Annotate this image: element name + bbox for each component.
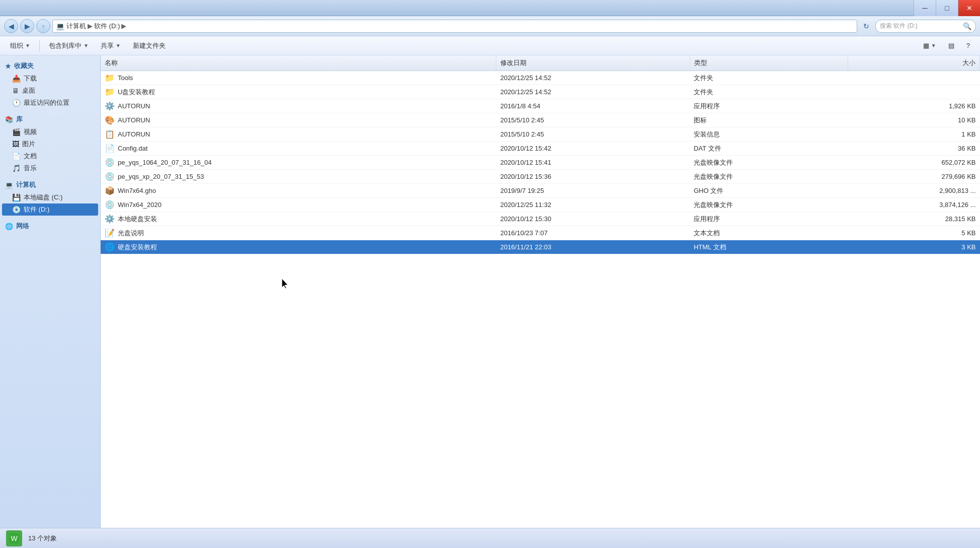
status-count: 13 个对象: [28, 534, 57, 543]
file-name-cell: 📁Tools: [101, 71, 496, 85]
file-type: 光盘映像文件: [690, 170, 848, 184]
file-name-cell: 🎨AUTORUN: [101, 113, 496, 127]
table-row[interactable]: 📁U盘安装教程2020/12/25 14:52文件夹: [101, 85, 980, 99]
file-icon: 📝: [105, 228, 115, 238]
table-row[interactable]: 💿pe_yqs_xp_20_07_31_15_532020/10/12 15:3…: [101, 170, 980, 184]
document-icon: 📄: [12, 152, 21, 160]
file-size: 279,696 KB: [848, 170, 980, 184]
col-size[interactable]: 大小: [848, 55, 980, 71]
file-modified: 2020/12/25 14:52: [496, 85, 690, 99]
table-row[interactable]: 📝光盘说明2016/10/23 7:07文本文档5 KB: [101, 226, 980, 240]
picture-label: 图片: [22, 140, 35, 149]
file-type: 文件夹: [690, 85, 848, 99]
file-modified: 2020/10/12 15:42: [496, 142, 690, 156]
file-type: 文件夹: [690, 71, 848, 85]
path-drive: 软件 (D:): [94, 22, 120, 31]
organize-label: 组织: [10, 41, 23, 50]
file-type: 光盘映像文件: [690, 198, 848, 212]
maximize-button[interactable]: □: [936, 0, 958, 16]
minimize-button[interactable]: ─: [914, 0, 936, 16]
table-row[interactable]: 📦Win7x64.gho2019/9/7 19:25GHO 文件2,900,81…: [101, 184, 980, 198]
drive-d-icon: 💿: [12, 206, 21, 214]
sidebar-computer-header[interactable]: 💻 计算机: [2, 178, 98, 191]
computer-icon: 💻: [5, 181, 13, 189]
file-size: 1 KB: [848, 127, 980, 142]
status-bar: W 13 个对象: [0, 528, 980, 548]
file-size: 28,315 KB: [848, 212, 980, 226]
col-name[interactable]: 名称: [101, 55, 496, 71]
organize-arrow: ▼: [25, 43, 30, 48]
file-name-cell: 📄Config.dat: [101, 142, 496, 156]
music-icon: 🎵: [12, 164, 21, 172]
new-folder-button[interactable]: 新建文件夹: [129, 39, 170, 52]
sidebar-item-picture[interactable]: 🖼 图片: [2, 138, 98, 150]
table-row[interactable]: 🎨AUTORUN2015/5/10 2:45图标10 KB: [101, 113, 980, 127]
include-library-button[interactable]: 包含到库中 ▼: [45, 39, 93, 52]
address-path[interactable]: 💻 计算机 ▶ 软件 (D:) ▶: [52, 20, 857, 33]
video-icon: 🎬: [12, 128, 21, 136]
computer-label: 计算机: [16, 180, 36, 189]
file-area[interactable]: 名称 修改日期 类型 大小 📁Tools2020/12/25 14:52文件夹📁…: [101, 55, 980, 528]
sidebar-item-desktop[interactable]: 🖥 桌面: [2, 85, 98, 97]
sidebar-network-header[interactable]: 🌐 网络: [2, 220, 98, 233]
file-icon: 🎨: [105, 115, 115, 125]
sidebar: ★ 收藏夹 📥 下载 🖥 桌面 🕐 最近访问的位置 📚 库 �: [0, 55, 101, 528]
table-row[interactable]: 📄Config.dat2020/10/12 15:42DAT 文件36 KB: [101, 142, 980, 156]
recent-icon: 🕐: [12, 99, 21, 107]
help-button[interactable]: ?: [962, 40, 974, 51]
sidebar-item-downloads[interactable]: 📥 下载: [2, 73, 98, 85]
library-icon: 📚: [5, 116, 13, 123]
search-bar[interactable]: 搜索 软件 (D:) 🔍: [875, 20, 976, 33]
file-modified: 2016/10/23 7:07: [496, 226, 690, 240]
table-row[interactable]: 💿Win7x64_20202020/12/25 11:32光盘映像文件3,874…: [101, 198, 980, 212]
file-type: 应用程序: [690, 212, 848, 226]
sidebar-item-video[interactable]: 🎬 视频: [2, 126, 98, 138]
table-row[interactable]: 🌐硬盘安装教程2016/11/21 22:03HTML 文档3 KB: [101, 240, 980, 254]
computer-section: 💻 计算机 💾 本地磁盘 (C:) 💿 软件 (D:): [2, 178, 98, 216]
file-size: 3,874,126 ...: [848, 198, 980, 212]
file-type: 应用程序: [690, 99, 848, 113]
table-row[interactable]: 📋AUTORUN2015/5/10 2:45安装信息1 KB: [101, 127, 980, 142]
col-modified[interactable]: 修改日期: [496, 55, 690, 71]
new-folder-label: 新建文件夹: [133, 41, 166, 50]
close-button[interactable]: ✕: [958, 0, 980, 16]
file-name-cell: 💿pe_yqs_xp_20_07_31_15_53: [101, 170, 496, 184]
file-name-text: pe_yqs_xp_20_07_31_15_53: [118, 173, 204, 180]
file-list-body: 📁Tools2020/12/25 14:52文件夹📁U盘安装教程2020/12/…: [101, 71, 980, 254]
sidebar-item-recent[interactable]: 🕐 最近访问的位置: [2, 97, 98, 109]
sidebar-item-music[interactable]: 🎵 音乐: [2, 162, 98, 174]
back-button[interactable]: ◀: [4, 19, 18, 33]
sidebar-favorites-header[interactable]: ★ 收藏夹: [2, 59, 98, 73]
share-button[interactable]: 共享 ▼: [97, 39, 125, 52]
col-type[interactable]: 类型: [690, 55, 848, 71]
view-button[interactable]: ▦ ▼: [919, 40, 940, 51]
sidebar-library-header[interactable]: 📚 库: [2, 113, 98, 126]
table-row[interactable]: ⚙️AUTORUN2016/1/8 4:54应用程序1,926 KB: [101, 99, 980, 113]
sidebar-item-drive-c[interactable]: 💾 本地磁盘 (C:): [2, 191, 98, 203]
forward-button[interactable]: ▶: [20, 19, 34, 33]
sidebar-item-document[interactable]: 📄 文档: [2, 150, 98, 162]
file-icon: 🌐: [105, 242, 115, 252]
organize-button[interactable]: 组织 ▼: [6, 39, 34, 52]
file-name-text: Win7x64.gho: [118, 187, 156, 194]
drive-c-icon: 💾: [12, 193, 21, 201]
file-icon: ⚙️: [105, 214, 115, 224]
file-name-cell: 📁U盘安装教程: [101, 85, 496, 99]
table-row[interactable]: 📁Tools2020/12/25 14:52文件夹: [101, 71, 980, 85]
document-label: 文档: [24, 152, 37, 161]
music-label: 音乐: [24, 164, 37, 173]
change-view-button[interactable]: ▤: [944, 40, 958, 51]
file-name-cell: 📋AUTORUN: [101, 127, 496, 142]
drive-c-label: 本地磁盘 (C:): [24, 193, 62, 202]
table-header-row: 名称 修改日期 类型 大小: [101, 55, 980, 71]
refresh-button[interactable]: ↻: [859, 19, 873, 33]
file-name-text: 本地硬盘安装: [118, 215, 157, 224]
up-button[interactable]: ↑: [36, 19, 50, 33]
table-row[interactable]: ⚙️本地硬盘安装2020/10/12 15:30应用程序28,315 KB: [101, 212, 980, 226]
file-type: HTML 文档: [690, 240, 848, 254]
file-modified: 2020/10/12 15:36: [496, 170, 690, 184]
sidebar-item-drive-d[interactable]: 💿 软件 (D:): [2, 203, 98, 216]
file-name-text: Config.dat: [118, 145, 147, 152]
table-row[interactable]: 💿pe_yqs_1064_20_07_31_16_042020/10/12 15…: [101, 156, 980, 170]
file-modified: 2020/10/12 15:41: [496, 156, 690, 170]
